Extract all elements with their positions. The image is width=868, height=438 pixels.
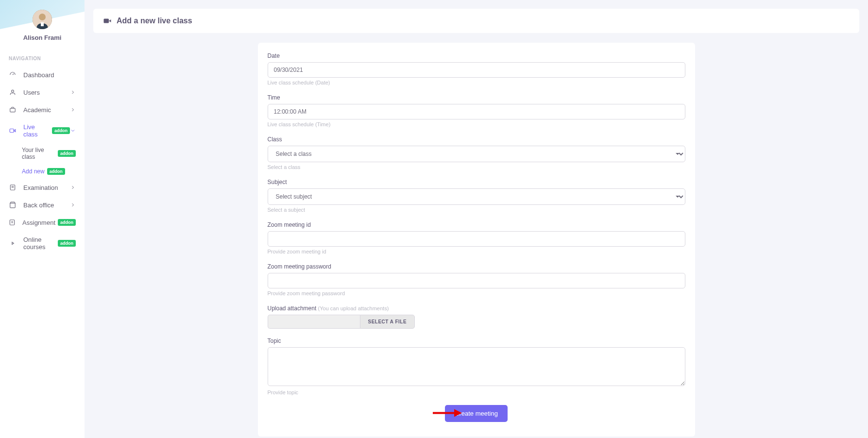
class-select[interactable]: Select a class xyxy=(268,146,685,162)
zoom-id-label: Zoom meeting id xyxy=(268,221,685,228)
sidebar: Alison Frami NAVIGATION Dashboard Users … xyxy=(0,0,85,438)
sidebar-item-dashboard[interactable]: Dashboard xyxy=(0,66,85,84)
subject-label: Subject xyxy=(268,179,685,185)
page-header: Add a new live class xyxy=(93,9,859,33)
subject-select[interactable]: Select subject xyxy=(268,188,685,205)
examination-icon xyxy=(9,184,17,191)
svg-rect-15 xyxy=(104,19,109,23)
assignment-icon xyxy=(9,219,16,226)
sidebar-item-label: Academic xyxy=(23,106,70,114)
time-label: Time xyxy=(268,94,685,101)
create-meeting-button[interactable]: Create meeting xyxy=(445,405,508,422)
nav-section-title: NAVIGATION xyxy=(0,46,85,66)
svg-marker-14 xyxy=(12,242,14,245)
sidebar-item-online-courses[interactable]: Online courses addon xyxy=(0,231,85,255)
page-title: Add a new live class xyxy=(117,17,192,25)
zoom-pw-help: Provide zoom meeting password xyxy=(268,290,685,296)
sidebar-header: Alison Frami xyxy=(0,0,85,46)
zoom-pw-input[interactable] xyxy=(268,273,685,288)
chevron-right-icon xyxy=(70,185,76,190)
date-help: Live class schedule (Date) xyxy=(268,80,685,85)
form-group-date: Date Live class schedule (Date) xyxy=(268,52,685,85)
sidebar-item-users[interactable]: Users xyxy=(0,84,85,101)
sidebar-subitem-label: Add new xyxy=(22,168,45,175)
chevron-down-icon xyxy=(70,128,76,134)
time-input[interactable] xyxy=(268,104,685,119)
form-group-time: Time Live class schedule (Time) xyxy=(268,94,685,127)
zoom-id-input[interactable] xyxy=(268,231,685,247)
sidebar-item-assignment[interactable]: Assignment addon xyxy=(0,214,85,231)
addon-badge: addon xyxy=(52,127,70,134)
class-help: Select a class xyxy=(268,164,685,170)
svg-rect-4 xyxy=(10,108,16,112)
subject-help: Select a subject xyxy=(268,207,685,213)
svg-marker-16 xyxy=(109,19,111,22)
chevron-right-icon xyxy=(70,89,76,95)
form-group-topic: Topic Provide topic xyxy=(268,337,685,395)
sidebar-item-label: Assignment xyxy=(22,219,55,226)
addon-badge: addon xyxy=(58,240,76,247)
sidebar-item-label: Dashboard xyxy=(23,71,76,79)
sidebar-subitem-your-live-class[interactable]: Your live class addon xyxy=(0,143,85,164)
zoom-pw-label: Zoom meeting password xyxy=(268,263,685,270)
sidebar-item-label: Examination xyxy=(23,184,70,191)
form-group-zoom-id: Zoom meeting id Provide zoom meeting id xyxy=(268,221,685,254)
form-group-upload: Upload attachment (You can upload attach… xyxy=(268,305,685,329)
main-content: Add a new live class Date Live class sch… xyxy=(85,0,868,438)
topic-help: Provide topic xyxy=(268,389,685,395)
class-label: Class xyxy=(268,136,685,143)
form-group-class: Class Select a class Select a class xyxy=(268,136,685,170)
svg-point-3 xyxy=(12,90,14,92)
form-group-zoom-pw: Zoom meeting password Provide zoom meeti… xyxy=(268,263,685,296)
svg-rect-5 xyxy=(10,129,14,133)
video-icon xyxy=(9,127,17,135)
svg-point-1 xyxy=(39,14,46,20)
sidebar-item-academic[interactable]: Academic xyxy=(0,101,85,118)
username: Alison Frami xyxy=(5,34,80,41)
sidebar-item-label: Back office xyxy=(23,202,70,209)
academic-icon xyxy=(9,106,17,114)
sidebar-item-live-class[interactable]: Live class addon xyxy=(0,118,85,143)
users-icon xyxy=(9,88,17,96)
topic-textarea[interactable] xyxy=(268,347,685,386)
file-upload-display xyxy=(268,315,360,329)
sidebar-item-label: Live class xyxy=(23,123,50,138)
avatar[interactable] xyxy=(33,10,52,29)
chevron-right-icon xyxy=(70,107,76,113)
online-courses-icon xyxy=(9,239,17,247)
addon-badge: addon xyxy=(58,150,76,157)
submit-row: Create meeting xyxy=(268,405,685,422)
select-file-button[interactable]: SELECT A FILE xyxy=(360,315,415,329)
form-card: Date Live class schedule (Date) Time Liv… xyxy=(258,43,695,437)
back-office-icon xyxy=(9,201,17,209)
addon-badge: addon xyxy=(58,219,76,226)
zoom-id-help: Provide zoom meeting id xyxy=(268,249,685,254)
upload-label: Upload attachment (You can upload attach… xyxy=(268,305,685,312)
date-label: Date xyxy=(268,52,685,59)
chevron-right-icon xyxy=(70,202,76,208)
form-group-subject: Subject Select subject Select a subject xyxy=(268,179,685,213)
svg-rect-2 xyxy=(41,22,44,26)
sidebar-item-back-office[interactable]: Back office xyxy=(0,196,85,214)
sidebar-item-label: Users xyxy=(23,89,70,96)
dashboard-icon xyxy=(9,71,17,79)
addon-badge: addon xyxy=(47,168,65,175)
sidebar-subitem-label: Your live class xyxy=(22,147,55,160)
sidebar-item-label: Online courses xyxy=(23,236,55,251)
topic-label: Topic xyxy=(268,337,685,344)
date-input[interactable] xyxy=(268,62,685,78)
time-help: Live class schedule (Time) xyxy=(268,121,685,127)
sidebar-item-examination[interactable]: Examination xyxy=(0,179,85,196)
sidebar-subitem-add-new[interactable]: Add new addon xyxy=(0,164,85,179)
video-camera-icon xyxy=(103,17,112,25)
